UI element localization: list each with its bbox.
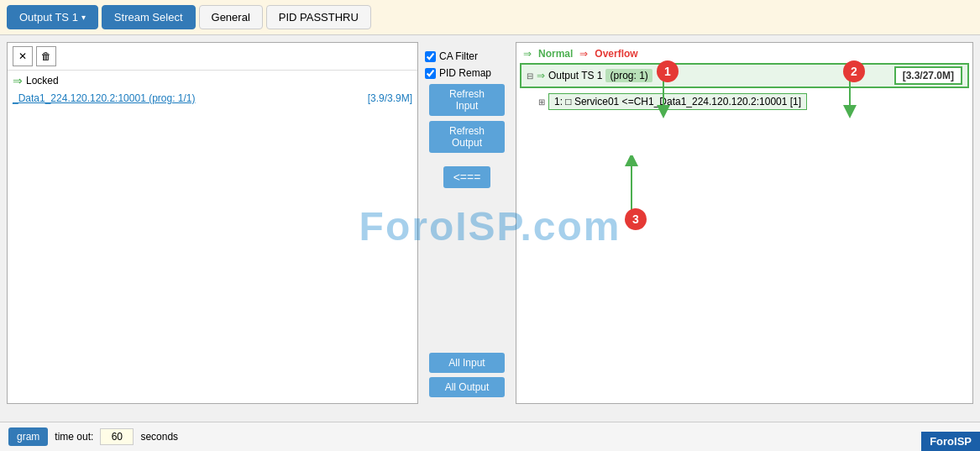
middle-panel: CA Filter PID Remap Refresh Input Refres…: [425, 42, 509, 404]
annotation-1: 1: [657, 60, 679, 82]
overflow-label: Overflow: [595, 48, 637, 60]
tab-general[interactable]: General: [199, 5, 263, 29]
left-panel: ✕ 🗑 ⇒ Locked _Data1_224.120.120.2:10001 …: [7, 42, 418, 404]
service-label: 1: □ Service01 <=CH1_Data1_224.120.120.2…: [554, 96, 801, 108]
service-box: 1: □ Service01 <=CH1_Data1_224.120.120.2…: [548, 93, 807, 110]
refresh-output-button[interactable]: Refresh Output: [429, 121, 505, 153]
ca-filter-checkbox[interactable]: [425, 51, 436, 62]
output-ts-prog: (prog: 1): [605, 69, 652, 82]
right-header-row: ⇒ Normal ⇒ Overflow: [520, 46, 969, 61]
bottom-bar: gram time out: seconds: [0, 422, 980, 451]
output-ts-value: [3.3/27.0M]: [894, 66, 962, 85]
stream-link[interactable]: _Data1_224.120.120.2:10001 (prog: 1/1): [13, 92, 196, 104]
tab-stream-select[interactable]: Stream Select: [102, 5, 196, 29]
overflow-arrow-icon: ⇒: [579, 48, 588, 60]
output-ts-row: ⊟ ⇒ Output TS 1 (prog: 1) [3.3/27.0M]: [520, 63, 969, 88]
output-ts-left: ⊟ ⇒ Output TS 1 (prog: 1): [527, 69, 652, 82]
foroidp-badge: ForoISP: [921, 432, 980, 451]
trash-button[interactable]: 🗑: [36, 46, 56, 66]
annotation-3: 3: [625, 208, 647, 230]
output-ts-arrow-icon: ⇒: [537, 70, 545, 81]
pid-remap-label: PID Remap: [439, 67, 491, 79]
left-content: ⇒ Locked _Data1_224.120.120.2:10001 (pro…: [8, 71, 417, 403]
tab-bar: Output TS 1 Stream Select General PID PA…: [0, 0, 980, 35]
expand-icon[interactable]: ⊟: [527, 71, 533, 81]
annotation-2: 2: [843, 60, 865, 82]
stream-row: _Data1_224.120.120.2:10001 (prog: 1/1) […: [13, 91, 412, 106]
main-content: ✕ 🗑 ⇒ Locked _Data1_224.120.120.2:10001 …: [0, 35, 980, 411]
stream-value: [3.9/3.9M]: [368, 92, 412, 104]
seconds-label: seconds: [140, 431, 178, 443]
output-ts-label: Output TS 1: [548, 70, 602, 81]
delete-button[interactable]: ✕: [13, 46, 33, 66]
normal-arrow-icon: ⇒: [523, 48, 532, 60]
all-input-button[interactable]: All Input: [429, 353, 505, 373]
timeout-input[interactable]: [100, 428, 134, 445]
locked-status: Locked: [26, 75, 59, 87]
locked-row: ⇒ Locked: [13, 74, 412, 87]
service-row: ⊞ 1: □ Service01 <=CH1_Data1_224.120.120…: [533, 92, 969, 112]
bottom-buttons: All Input All Output: [429, 353, 505, 397]
service-expand-icon[interactable]: ⊞: [538, 97, 545, 107]
pid-remap-row: PID Remap: [425, 67, 509, 79]
left-toolbar: ✕ 🗑: [8, 43, 417, 71]
pid-remap-checkbox[interactable]: [425, 68, 436, 79]
all-output-button[interactable]: All Output: [429, 377, 505, 397]
gram-button[interactable]: gram: [8, 427, 48, 446]
ca-filter-row: CA Filter: [425, 50, 509, 62]
normal-label: Normal: [538, 48, 573, 60]
right-panel: ⇒ Normal ⇒ Overflow ⊟ ⇒ Output TS 1 (pro…: [516, 42, 973, 404]
tab-output-ts-1[interactable]: Output TS 1: [7, 5, 98, 29]
timeout-label: time out:: [55, 431, 93, 443]
tab-pid-passthru[interactable]: PID PASSTHRU: [266, 5, 371, 29]
locked-arrow-icon: ⇒: [13, 74, 23, 87]
move-arrow-button[interactable]: <===: [443, 166, 491, 188]
ca-filter-label: CA Filter: [439, 50, 478, 62]
refresh-input-button[interactable]: Refresh Input: [429, 84, 505, 116]
